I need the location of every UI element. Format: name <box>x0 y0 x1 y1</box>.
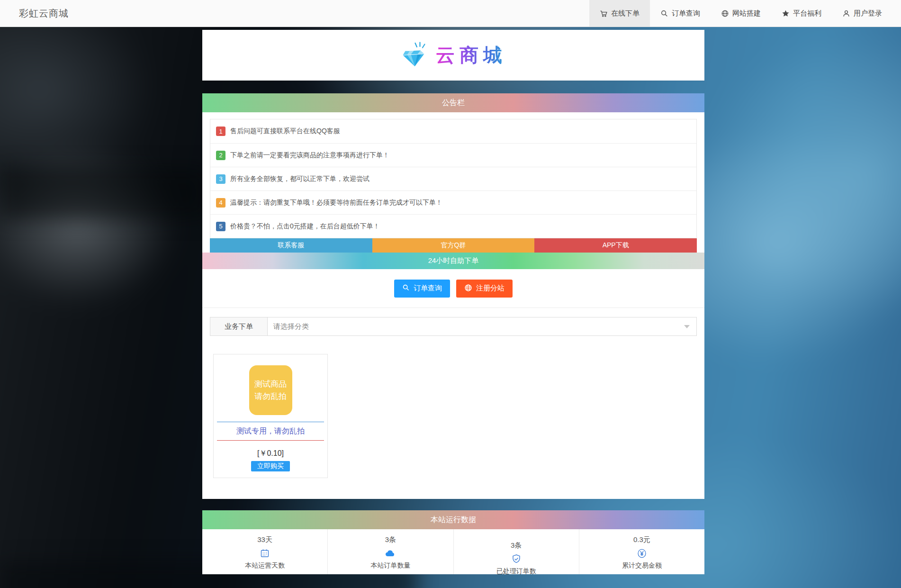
site-stats-panel: 33天 本站运营天数 3条 本站订单数量 3条 <box>202 529 704 574</box>
self-service-banner: 24小时自助下单 <box>202 253 704 269</box>
stat-value: 33天 <box>202 535 327 544</box>
nav-item-label: 网站搭建 <box>732 9 761 18</box>
nav-item-label: 用户登录 <box>854 9 882 18</box>
star-icon <box>782 9 790 18</box>
notice-badge: 3 <box>216 174 225 184</box>
logo-card: 云商城 <box>202 30 704 81</box>
background-dark-band <box>0 167 208 219</box>
notice-item: 2 下单之前请一定要看完该商品的注意事项再进行下单！ <box>210 143 696 167</box>
stat-label: 本站订单数量 <box>328 561 453 570</box>
notice-text: 售后问题可直接联系平台在线QQ客服 <box>230 127 340 136</box>
product-thumbnail: 测试商品 请勿乱拍 <box>249 365 292 415</box>
category-select[interactable]: 业务下单 请选择分类 <box>210 317 697 336</box>
notice-badge: 1 <box>216 127 225 136</box>
stat-value: 0.3元 <box>579 535 704 544</box>
notice-text: 下单之前请一定要看完该商品的注意事项再进行下单！ <box>230 151 389 160</box>
nav-menu: 在线下单 订单查询 网站搭建 平台福利 <box>589 0 892 27</box>
product-price: [￥0.10] <box>214 449 327 459</box>
shield-check-icon <box>454 553 579 565</box>
product-card: 测试商品 请勿乱拍 测试专用，请勿乱拍 [￥0.10] 立即购买 <box>213 354 328 478</box>
notice-text: 价格贵？不怕，点击0元搭建，在后台超低价下单！ <box>230 222 380 231</box>
notice-list: 1 售后问题可直接联系平台在线QQ客服 2 下单之前请一定要看完该商品的注意事项… <box>210 119 697 238</box>
notice-text: 所有业务全部恢复，都可以正常下单，欢迎尝试 <box>230 175 369 183</box>
site-stats-header: 本站运行数据 <box>202 510 704 529</box>
user-icon <box>842 9 850 18</box>
globe-icon <box>464 284 472 293</box>
notice-badge: 4 <box>216 198 225 208</box>
nav-item-user-login[interactable]: 用户登录 <box>832 0 892 27</box>
cloud-icon <box>328 548 453 559</box>
notice-item: 5 价格贵？不怕，点击0元搭建，在后台超低价下单！ <box>210 214 696 238</box>
yuan-icon <box>579 548 704 559</box>
notice-item: 4 温馨提示：请勿重复下单哦！必须要等待前面任务订单完成才可以下单！ <box>210 190 696 214</box>
app-download-button[interactable]: APP下载 <box>534 238 697 253</box>
nav-item-label: 在线下单 <box>611 9 640 18</box>
divider-red <box>217 440 324 441</box>
notice-text: 温馨提示：请勿重复下单哦！必须要等待前面任务订单完成才可以下单！ <box>230 199 442 207</box>
category-placeholder: 请选择分类 <box>268 317 684 335</box>
stat-processed-orders: 3条 已处理订单数 <box>453 529 579 574</box>
nav-item-online-order[interactable]: 在线下单 <box>589 0 650 27</box>
stat-label: 累计交易金额 <box>579 561 704 570</box>
nav-item-platform-benefits[interactable]: 平台福利 <box>771 0 832 27</box>
nav-item-order-query[interactable]: 订单查询 <box>650 0 711 27</box>
stat-label: 已处理订单数 <box>454 567 579 576</box>
stat-value: 3条 <box>328 535 453 544</box>
search-icon <box>660 9 668 18</box>
stat-running-days: 33天 本站运营天数 <box>202 529 327 574</box>
business-order-section: 业务下单 请选择分类 测试商品 请勿乱拍 测试专用，请勿乱拍 [￥0.10] 立… <box>202 308 704 499</box>
actions-row: 订单查询 注册分站 <box>202 269 704 308</box>
stat-order-count: 3条 本站订单数量 <box>327 529 453 574</box>
register-substation-button[interactable]: 注册分站 <box>456 280 513 298</box>
stat-label: 本站运营天数 <box>202 561 327 570</box>
cart-icon <box>600 9 608 18</box>
logo-text: 云商城 <box>436 42 507 68</box>
top-navbar: 彩虹云商城 在线下单 订单查询 网站搭建 <box>0 0 901 27</box>
notice-board: 1 售后问题可直接联系平台在线QQ客服 2 下单之前请一定要看完该商品的注意事项… <box>202 112 704 499</box>
stat-total-amount: 0.3元 累计交易金额 <box>579 529 704 574</box>
buy-now-button[interactable]: 立即购买 <box>251 461 290 471</box>
globe-icon <box>721 9 729 18</box>
site-brand: 彩虹云商城 <box>19 7 69 20</box>
notice-badge: 2 <box>216 151 225 160</box>
search-icon <box>402 284 410 293</box>
notice-item: 3 所有业务全部恢复，都可以正常下单，欢迎尝试 <box>210 167 696 190</box>
order-query-button[interactable]: 订单查询 <box>394 280 450 298</box>
chevron-down-icon <box>684 325 690 328</box>
calendar-icon <box>202 548 327 559</box>
nav-item-site-build[interactable]: 网站搭建 <box>711 0 771 27</box>
stat-value: 3条 <box>454 541 579 550</box>
notice-board-header: 公告栏 <box>202 93 704 112</box>
contact-service-button[interactable]: 联系客服 <box>210 238 372 253</box>
notice-quick-links: 联系客服 官方Q群 APP下载 <box>210 238 697 253</box>
nav-item-label: 平台福利 <box>793 9 821 18</box>
official-qq-group-button[interactable]: 官方Q群 <box>372 238 535 253</box>
notice-badge: 5 <box>216 222 225 231</box>
notice-item: 1 售后问题可直接联系平台在线QQ客服 <box>210 119 696 143</box>
diamond-icon <box>400 42 428 69</box>
main-content-column: 云商城 公告栏 1 售后问题可直接联系平台在线QQ客服 2 下单之前请一定要看完… <box>202 30 704 574</box>
order-label: 业务下单 <box>210 317 268 335</box>
product-title[interactable]: 测试专用，请勿乱拍 <box>214 422 327 440</box>
nav-item-label: 订单查询 <box>672 9 700 18</box>
